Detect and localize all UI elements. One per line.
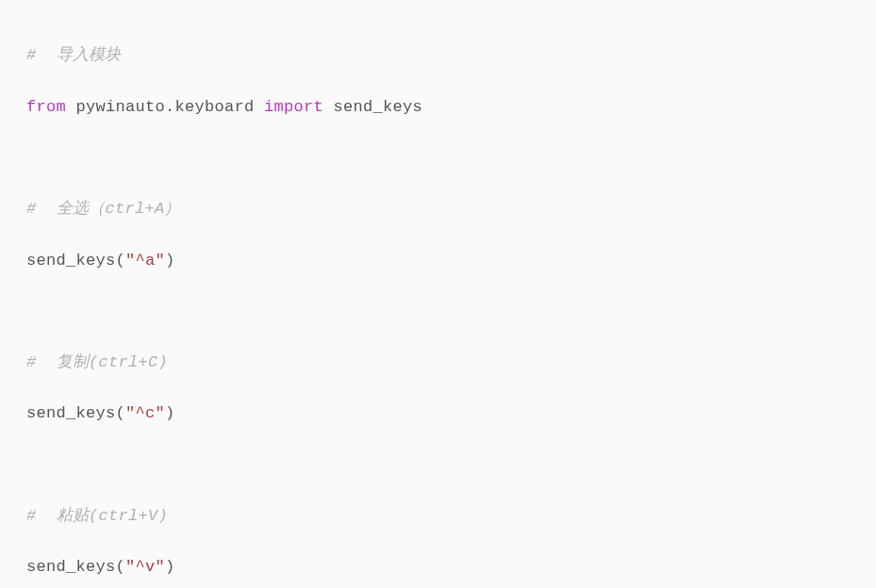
paren-close: ) [165,252,175,270]
comment-text: # 复制(ctrl+C) [26,353,168,371]
blank-line [26,145,850,171]
blank-line [26,452,850,478]
module-name: pywinauto.keyboard [76,98,255,116]
paren-close: ) [165,558,175,576]
code-line: send_keys("^a") [26,248,850,273]
code-line: # 复制(ctrl+C) [26,350,850,375]
keyword-import: import [264,98,323,116]
code-line: send_keys("^c") [26,400,850,426]
code-line: # 全选（ctrl+A） [26,196,850,221]
function-call: send_keys [26,558,116,576]
code-line: send_keys("^v") [26,554,850,580]
comment-text: # 全选（ctrl+A） [26,200,181,218]
code-line: # 导入模块 [26,42,850,68]
blank-line [26,299,850,324]
code-block: # 导入模块 from pywinauto.keyboard import se… [26,17,850,588]
code-line: from pywinauto.keyboard import send_keys [26,94,850,120]
function-call: send_keys [26,404,116,422]
keyword-from: from [26,98,66,116]
string-literal: "^v" [125,558,165,576]
paren-close: ) [165,404,175,422]
comment-text: # 导入模块 [26,46,122,64]
paren-open: ( [116,558,126,576]
code-line: # 粘贴(ctrl+V) [26,503,850,529]
string-literal: "^c" [125,404,165,422]
string-literal: "^a" [125,252,165,270]
paren-open: ( [116,404,126,422]
paren-open: ( [116,252,126,270]
imported-name: send_keys [334,98,423,116]
comment-text: # 粘贴(ctrl+V) [26,507,168,525]
function-call: send_keys [26,252,116,270]
